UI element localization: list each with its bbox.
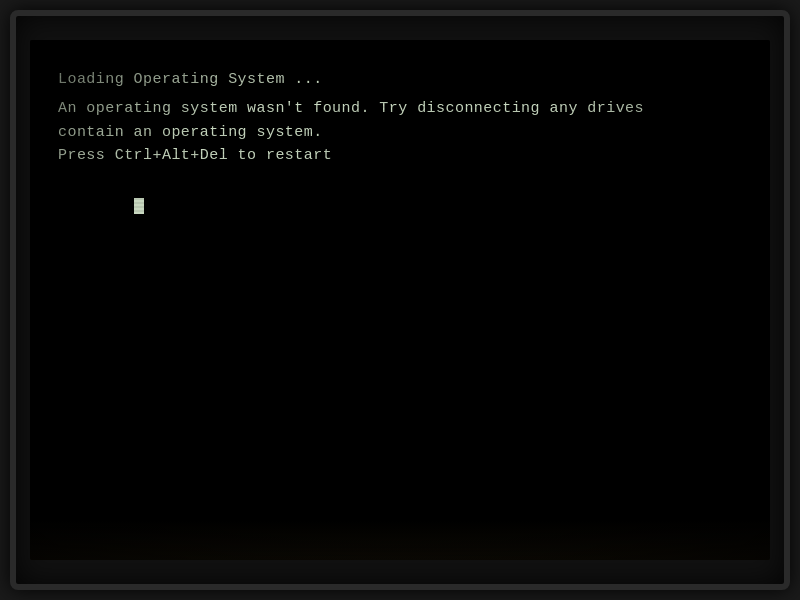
monitor-screen: Loading Operating System ... An operatin… xyxy=(30,40,770,560)
screen-content: Loading Operating System ... An operatin… xyxy=(58,68,760,237)
blinking-cursor xyxy=(134,198,144,214)
error-line-2: contain an operating system. xyxy=(58,121,760,144)
loading-line: Loading Operating System ... xyxy=(58,68,760,91)
monitor-outer: Loading Operating System ... An operatin… xyxy=(10,10,790,590)
error-line-3: Press Ctrl+Alt+Del to restart xyxy=(58,144,760,167)
error-line-1: An operating system wasn't found. Try di… xyxy=(58,97,760,120)
cursor-line xyxy=(58,167,760,237)
ambient-light xyxy=(30,520,770,560)
